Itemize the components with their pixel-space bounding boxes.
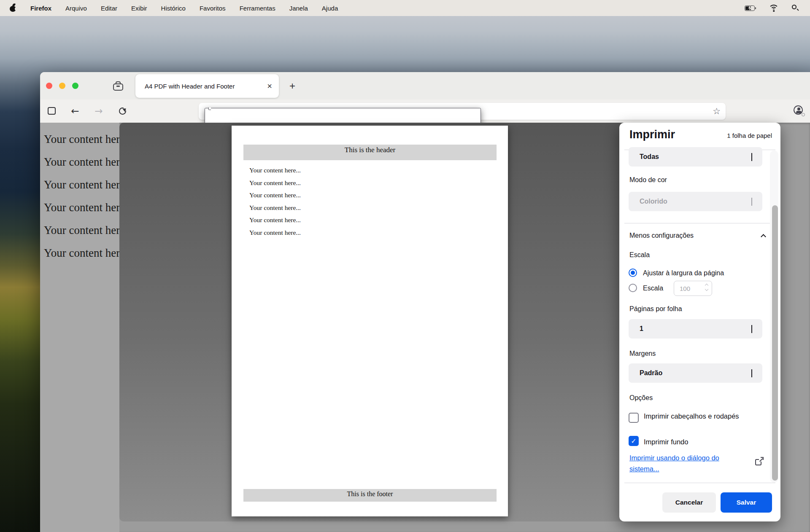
- divider: [624, 223, 775, 223]
- scale-section-label: Escala: [629, 251, 650, 259]
- custom-scale-label: Escala: [643, 285, 663, 292]
- firefox-window: A4 PDF with Header and Footer × + ← → fi…: [40, 72, 810, 532]
- apple-menu-icon[interactable]: [9, 4, 16, 12]
- color-mode-label: Modo de cor: [629, 176, 667, 184]
- external-link-icon: [755, 457, 764, 465]
- pages-per-sheet-value: 1: [640, 325, 643, 333]
- account-icon[interactable]: [793, 105, 804, 116]
- page-text-line: Your content here...: [44, 156, 119, 169]
- navigation-toolbar: ← → file:///Users/rick/Documents/test.ht…: [40, 99, 810, 123]
- print-headers-checkbox[interactable]: [629, 413, 639, 423]
- stepper-arrows-icon[interactable]: [705, 284, 708, 290]
- print-preview-page: This is the header Your content here... …: [232, 126, 508, 516]
- browser-tab[interactable]: A4 PDF with Header and Footer ×: [135, 74, 279, 98]
- search-icon[interactable]: [791, 4, 799, 12]
- firefox-view-icon[interactable]: [113, 81, 124, 91]
- minimize-window-button[interactable]: [59, 83, 65, 89]
- preview-header-bar: This is the header: [243, 145, 497, 160]
- menu-item-editar[interactable]: Editar: [101, 5, 117, 12]
- save-button[interactable]: Salvar: [721, 492, 772, 513]
- menu-item-firefox[interactable]: Firefox: [30, 5, 51, 12]
- tab-title: A4 PDF with Header and Footer: [145, 83, 264, 90]
- pages-per-sheet-label: Páginas por folha: [629, 305, 682, 313]
- preview-text-line: Your content here...: [249, 179, 301, 187]
- margins-select[interactable]: Padrão: [629, 363, 762, 383]
- print-dialog-title: Imprimir: [629, 128, 675, 141]
- chevron-down-icon: [751, 198, 752, 206]
- menu-item-arquivo[interactable]: Arquivo: [65, 5, 87, 12]
- pages-per-sheet-select[interactable]: 1: [629, 319, 762, 339]
- reload-icon[interactable]: [117, 105, 128, 116]
- chevron-up-icon: [761, 234, 766, 239]
- chevron-down-icon: [751, 153, 752, 161]
- scale-value: 100: [680, 285, 690, 292]
- preview-footer-bar: This is the footer: [243, 489, 497, 502]
- screen: Firefox Arquivo Editar Exibir Histórico …: [0, 0, 810, 532]
- custom-scale-radio[interactable]: [629, 284, 637, 292]
- chevron-down-icon: [751, 325, 752, 333]
- print-headers-label: Imprimir cabeçalhos e rodapés: [644, 410, 745, 422]
- preview-text-line: Your content here...: [249, 191, 301, 199]
- zoom-window-button[interactable]: [72, 83, 78, 89]
- preview-text-line: Your content here...: [249, 229, 301, 236]
- page-text-line: Your content here...: [44, 178, 119, 191]
- dialog-scrollbar-thumb[interactable]: [772, 205, 778, 481]
- preview-text-line: Your content here...: [249, 216, 301, 224]
- cancel-button[interactable]: Cancelar: [662, 492, 716, 513]
- print-background-checkbox[interactable]: ✓: [629, 436, 639, 446]
- page-range-select[interactable]: Todas: [629, 147, 762, 167]
- page-text-line: Your content here...: [44, 247, 119, 260]
- battery-charging-icon[interactable]: [745, 5, 756, 11]
- menu-item-favoritos[interactable]: Favoritos: [200, 5, 226, 12]
- forward-icon[interactable]: →: [93, 105, 104, 116]
- back-icon[interactable]: ←: [70, 105, 81, 116]
- less-settings-toggle[interactable]: Menos configurações: [629, 232, 765, 239]
- bookmark-star-icon[interactable]: ☆: [713, 107, 721, 116]
- margins-label: Margens: [629, 350, 656, 357]
- url-bar[interactable]: file:///Users/rick/Documents/test.html ☆: [199, 103, 726, 120]
- print-background-label: Imprimir fundo: [644, 435, 745, 448]
- sheet-count: 1 folha de papel: [727, 132, 772, 139]
- tab-bar: A4 PDF with Header and Footer × +: [40, 72, 810, 99]
- page-icon: [205, 108, 211, 115]
- margins-value: Padrão: [640, 369, 662, 377]
- divider: [624, 483, 775, 483]
- scale-value-input[interactable]: 100: [674, 281, 712, 296]
- page-range-value: Todas: [640, 153, 659, 161]
- page-content-dimmed: Your content here... Your content here..…: [40, 123, 810, 532]
- system-print-dialog-link[interactable]: Imprimir usando o diálogo do sistema...: [629, 452, 736, 474]
- menu-item-ajuda[interactable]: Ajuda: [322, 5, 338, 12]
- less-settings-label: Menos configurações: [629, 232, 694, 239]
- preview-text-line: Your content here...: [249, 167, 301, 174]
- menu-item-ferramentas[interactable]: Ferramentas: [240, 5, 275, 12]
- macos-menu-bar: Firefox Arquivo Editar Exibir Histórico …: [0, 0, 810, 16]
- close-window-button[interactable]: [46, 83, 52, 89]
- page-text-line: Your content here...: [44, 224, 119, 237]
- wifi-icon[interactable]: [769, 5, 779, 12]
- print-dialog: Imprimir 1 folha de papel Todas Modo de …: [619, 123, 780, 521]
- page-behind-strip: Your content here... Your content here..…: [40, 123, 119, 532]
- print-preview-backdrop: This is the header Your content here... …: [119, 123, 662, 521]
- fit-page-width-radio[interactable]: [629, 269, 637, 277]
- chevron-down-icon: [751, 369, 752, 377]
- sidebar-toggle-icon[interactable]: [46, 105, 57, 116]
- options-label: Opções: [629, 394, 653, 402]
- menu-item-exibir[interactable]: Exibir: [131, 5, 147, 12]
- color-mode-value: Colorido: [640, 198, 667, 205]
- color-mode-select[interactable]: Colorido: [629, 192, 762, 211]
- menu-item-janela[interactable]: Janela: [289, 5, 308, 12]
- menu-item-historico[interactable]: Histórico: [161, 5, 186, 12]
- page-text-line: Your content here...: [44, 201, 119, 214]
- preview-text-line: Your content here...: [249, 204, 301, 212]
- page-text-line: Your content here...: [44, 133, 119, 146]
- new-tab-button[interactable]: +: [286, 80, 299, 92]
- tab-close-icon[interactable]: ×: [264, 80, 275, 92]
- fit-page-width-label: Ajustar à largura da página: [643, 269, 724, 277]
